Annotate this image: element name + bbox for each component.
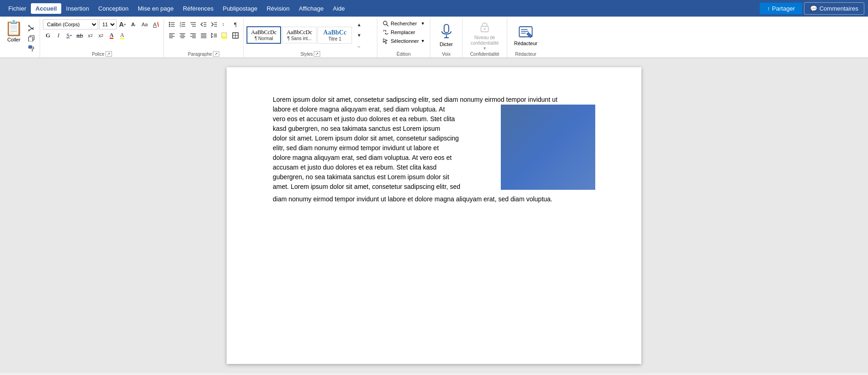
menu-fichier[interactable]: Fichier — [4, 3, 31, 14]
clipboard-group: 📋 Coller — [2, 18, 40, 58]
rechercher-button[interactable]: Rechercher ▼ — [381, 19, 426, 28]
styles-group-expand-icon[interactable]: ↗ — [314, 51, 320, 57]
svg-rect-55 — [444, 24, 449, 33]
styles-group-label: Styles — [300, 52, 313, 57]
superscript-button[interactable]: x2 — [96, 30, 106, 41]
style-sans-interligne[interactable]: AaBbCcDc ¶ Sans int... — [282, 27, 317, 43]
svg-text:3.: 3. — [180, 25, 182, 28]
menu-aide[interactable]: Aide — [328, 3, 349, 14]
voix-group-label: Voix — [442, 52, 451, 57]
style-titre1[interactable]: AaBbCc Titre 1 — [317, 27, 352, 44]
selectionner-button[interactable]: Sélectionner ▼ — [381, 37, 426, 45]
styles-scroll-down[interactable]: ▼ — [354, 30, 364, 40]
partager-button[interactable]: ↑ Partager — [760, 3, 802, 14]
menu-revision[interactable]: Révision — [262, 3, 294, 14]
svg-point-1 — [28, 29, 29, 31]
menu-bar: Fichier Accueil Insertion Conception Mis… — [0, 0, 868, 17]
confidentialite-chevron: ▼ — [483, 46, 487, 51]
svg-point-11 — [169, 26, 170, 27]
subscript-button[interactable]: x2 — [85, 30, 95, 41]
font-clear-button[interactable]: A — [151, 19, 161, 29]
redacteur-button[interactable]: Rédacteur — [511, 19, 540, 51]
paste-icon: 📋 — [5, 19, 23, 37]
underline-button[interactable]: S — [64, 30, 74, 41]
niveau-confidentialite-button[interactable]: Niveau de confidentialité ▼ — [466, 19, 503, 51]
style-normal[interactable]: AaBbCcDc ¶ Normal — [246, 26, 281, 44]
svg-rect-49 — [222, 37, 227, 39]
italic-button[interactable]: I — [53, 30, 64, 41]
align-center-button[interactable] — [177, 30, 188, 41]
menu-accueil[interactable]: Accueil — [31, 3, 61, 14]
styles-scroll-up[interactable]: ▲ — [354, 19, 364, 29]
paragraph-group: 1.2.3. ↕ ¶ — [164, 18, 244, 58]
show-marks-button[interactable]: ¶ — [230, 19, 240, 29]
ribbon: Fichier Accueil Insertion Conception Mis… — [0, 0, 868, 58]
justify-button[interactable] — [199, 30, 209, 41]
svg-point-7 — [169, 22, 170, 23]
dicter-label: Dicter — [440, 41, 453, 47]
font-grow-button[interactable]: A+ — [117, 19, 128, 29]
font-group: Calibri (Corps) 11 A+ A- Aa A G I S — [40, 18, 164, 58]
paragraph-1: Lorem ipsum dolor sit amet, consetetur s… — [273, 95, 595, 105]
document-content[interactable]: Lorem ipsum dolor sit amet, consetetur s… — [273, 95, 595, 204]
cut-button[interactable] — [26, 23, 37, 33]
menu-affichage[interactable]: Affichage — [294, 3, 328, 14]
font-case-button[interactable]: Aa — [140, 19, 150, 29]
paragraph-group-label: Paragraphe — [188, 52, 212, 57]
rechercher-chevron: ▼ — [421, 21, 425, 26]
font-size-selector[interactable]: 11 — [99, 19, 117, 29]
indent-less-button[interactable] — [199, 19, 209, 29]
align-left-button[interactable] — [167, 30, 177, 41]
styles-group: AaBbCcDc ¶ Normal AaBbCcDc ¶ Sans int...… — [244, 18, 377, 58]
clipboard-small-actions — [26, 18, 37, 58]
edition-group-label: Édition — [397, 52, 411, 57]
paragraph-3: diam nonumy eirmod tempor invidunt ut la… — [273, 194, 595, 204]
svg-rect-48 — [222, 33, 227, 37]
multilevel-button[interactable] — [188, 19, 198, 29]
paste-button[interactable]: 📋 Coller — [2, 18, 26, 58]
strikethrough-button[interactable]: ab — [75, 30, 85, 41]
confidentialite-group: Niveau de confidentialité ▼ Confidential… — [463, 18, 507, 58]
menu-references[interactable]: Références — [178, 3, 218, 14]
document-area: Lorem ipsum dolor sit amet, consetetur s… — [0, 58, 868, 373]
ribbon-toolbar: 📋 Coller Calibri (Corps) — [0, 17, 868, 58]
format-painter-button[interactable] — [26, 44, 37, 53]
menu-publipostage[interactable]: Publipostage — [218, 3, 262, 14]
borders-button[interactable] — [230, 30, 240, 41]
paragraph-group-expand-icon[interactable]: ↗ — [213, 51, 219, 57]
line-spacing-button[interactable] — [209, 30, 219, 41]
document-page: Lorem ipsum dolor sit amet, consetetur s… — [227, 67, 641, 364]
remplacer-button[interactable]: Remplacer — [381, 28, 426, 36]
svg-text:↕: ↕ — [222, 22, 224, 27]
redacteur-group: Rédacteur Rédacteur — [507, 18, 544, 58]
sort-button[interactable]: ↕ — [220, 19, 230, 29]
selectionner-chevron: ▼ — [421, 39, 425, 43]
bullets-button[interactable] — [167, 19, 177, 29]
commentaires-button[interactable]: 💬 Commentaires — [804, 2, 864, 15]
numbering-button[interactable]: 1.2.3. — [177, 19, 188, 29]
indent-more-button[interactable] — [209, 19, 219, 29]
copy-button[interactable] — [26, 34, 37, 43]
font-color-button[interactable]: A — [106, 30, 117, 41]
comment-icon: 💬 — [810, 5, 817, 12]
font-name-selector[interactable]: Calibri (Corps) — [43, 19, 98, 29]
svg-point-59 — [484, 28, 486, 30]
font-group-label: Police — [92, 52, 104, 57]
dicter-button[interactable]: Dicter — [435, 19, 457, 51]
align-right-button[interactable] — [188, 30, 198, 41]
styles-expand[interactable]: ⌵ — [354, 41, 364, 51]
paste-label: Coller — [7, 37, 21, 42]
menu-mise-en-page[interactable]: Mise en page — [133, 3, 178, 14]
confidentialite-group-label: Confidentialité — [470, 52, 499, 57]
floating-image[interactable] — [501, 105, 595, 190]
paragraph-with-image: labore et dolore magna aliquyam erat, se… — [273, 105, 595, 194]
font-shrink-button[interactable]: A- — [129, 19, 139, 29]
menu-conception[interactable]: Conception — [94, 3, 133, 14]
highlight-color-button[interactable]: A — [117, 30, 127, 41]
menu-insertion[interactable]: Insertion — [61, 3, 94, 14]
confidentialite-label: Niveau de confidentialité — [466, 35, 503, 46]
shading-button[interactable] — [220, 30, 230, 41]
font-group-expand-icon[interactable]: ↗ — [106, 51, 112, 57]
svg-point-0 — [28, 25, 29, 26]
bold-button[interactable]: G — [43, 30, 53, 41]
